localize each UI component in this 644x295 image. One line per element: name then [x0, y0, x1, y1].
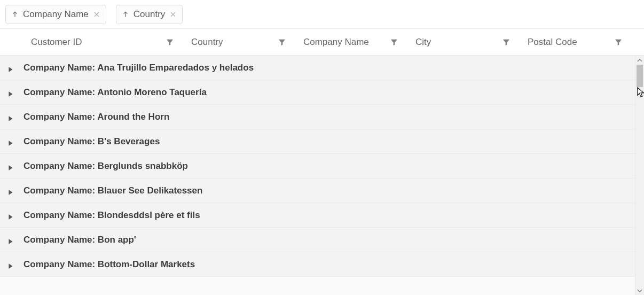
column-header-city[interactable]: City — [406, 29, 518, 55]
close-icon[interactable] — [93, 11, 100, 18]
group-row-label: Company Name: Bottom-Dollar Markets — [23, 259, 195, 270]
group-row[interactable]: Company Name: Blauer See Delikatessen — [0, 178, 635, 203]
vertical-scrollbar[interactable] — [635, 56, 644, 295]
scroll-down-button[interactable] — [635, 286, 644, 295]
scrollbar-track[interactable] — [635, 65, 644, 286]
scrollbar-thumb[interactable] — [637, 65, 643, 87]
expand-icon[interactable] — [7, 65, 14, 71]
group-row[interactable]: Company Name: Around the Horn — [0, 105, 635, 129]
group-chip-company-name[interactable]: Company Name — [5, 5, 106, 24]
group-row-label: Company Name: Around the Horn — [23, 112, 169, 122]
close-icon[interactable] — [169, 11, 177, 18]
filter-icon[interactable] — [166, 38, 174, 46]
column-label: Country — [189, 37, 278, 48]
group-row-label: Company Name: Ana Trujillo Emparedados y… — [23, 63, 254, 73]
group-rows-container: Company Name: Ana Trujillo Emparedados y… — [0, 56, 635, 295]
group-row[interactable]: Company Name: Blondesddsl père et fils — [0, 203, 635, 228]
column-header-postal-code[interactable]: Postal Code — [518, 29, 630, 55]
grid-body: Company Name: Ana Trujillo Emparedados y… — [0, 56, 644, 295]
filter-icon[interactable] — [502, 38, 511, 46]
group-chip-label: Company Name — [23, 9, 89, 20]
group-row-label: Company Name: Berglunds snabbköp — [23, 161, 188, 172]
group-row[interactable]: Company Name: Bottom-Dollar Markets — [0, 252, 635, 277]
filter-icon[interactable] — [614, 38, 623, 46]
column-header-customer-id[interactable]: Customer ID — [21, 29, 182, 55]
sort-asc-icon — [122, 11, 129, 18]
expand-icon[interactable] — [7, 237, 14, 243]
column-header-company-name[interactable]: Company Name — [294, 29, 406, 55]
group-row-label: Company Name: B's Beverages — [23, 136, 160, 147]
group-row-label: Company Name: Antonio Moreno Taquería — [23, 87, 207, 98]
expand-icon[interactable] — [7, 261, 14, 268]
group-chip-country[interactable]: Country — [116, 5, 183, 24]
scroll-up-button[interactable] — [635, 56, 644, 65]
group-row[interactable]: Company Name: Antonio Moreno Taquería — [0, 80, 635, 105]
column-label: City — [413, 37, 502, 48]
column-header-row: Customer ID Country Company Name City Po… — [0, 29, 644, 56]
group-row-label: Company Name: Bon app' — [23, 235, 136, 245]
expand-column-header — [0, 29, 21, 55]
expand-icon[interactable] — [7, 212, 14, 219]
filter-icon[interactable] — [390, 38, 398, 46]
column-label: Customer ID — [29, 37, 166, 48]
group-row-label: Company Name: Blondesddsl père et fils — [23, 210, 200, 221]
group-row-label: Company Name: Blauer See Delikatessen — [23, 185, 202, 196]
filter-icon[interactable] — [278, 38, 286, 46]
group-row[interactable]: Company Name: Bon app' — [0, 228, 635, 252]
expand-icon[interactable] — [7, 114, 14, 120]
column-label: Company Name — [301, 37, 390, 48]
expand-icon[interactable] — [7, 188, 14, 194]
group-chip-label: Country — [133, 9, 166, 20]
expand-icon[interactable] — [7, 89, 14, 96]
group-panel[interactable]: Company Name Country — [0, 0, 644, 29]
data-grid: Company Name Country Customer ID Country — [0, 0, 644, 295]
column-header-country[interactable]: Country — [182, 29, 294, 55]
group-row[interactable]: Company Name: B's Beverages — [0, 129, 635, 154]
sort-asc-icon — [11, 11, 19, 18]
group-row[interactable]: Company Name: Berglunds snabbköp — [0, 154, 635, 178]
expand-icon[interactable] — [7, 163, 14, 169]
column-label: Postal Code — [525, 37, 614, 48]
group-row[interactable]: Company Name: Ana Trujillo Emparedados y… — [0, 56, 635, 80]
expand-icon[interactable] — [7, 138, 14, 145]
